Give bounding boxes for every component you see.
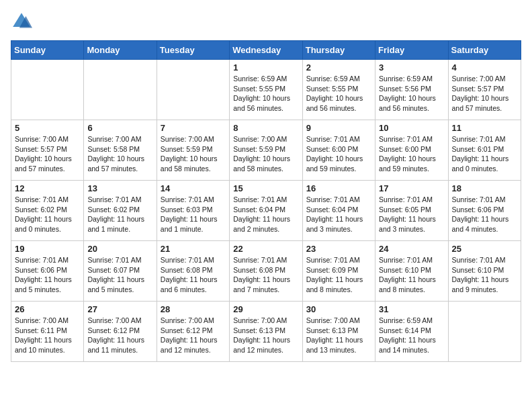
weekday-header-sunday: Sunday	[11, 41, 84, 60]
week-row-3: 12Sunrise: 7:01 AM Sunset: 6:02 PM Dayli…	[11, 181, 521, 241]
calendar-cell: 7Sunrise: 7:00 AM Sunset: 5:59 PM Daylig…	[157, 120, 229, 181]
day-number: 21	[161, 244, 226, 254]
day-info: Sunrise: 6:59 AM Sunset: 5:55 PM Dayligh…	[233, 74, 298, 113]
day-info: Sunrise: 7:00 AM Sunset: 5:59 PM Dayligh…	[161, 134, 226, 174]
weekday-header-thursday: Thursday	[302, 41, 375, 60]
calendar-cell	[448, 302, 521, 362]
calendar-cell: 29Sunrise: 7:00 AM Sunset: 6:13 PM Dayli…	[230, 302, 302, 362]
calendar-cell: 15Sunrise: 7:01 AM Sunset: 6:04 PM Dayli…	[230, 181, 302, 241]
day-number: 24	[379, 244, 444, 254]
day-info: Sunrise: 7:00 AM Sunset: 6:12 PM Dayligh…	[161, 316, 226, 355]
calendar-cell: 5Sunrise: 7:00 AM Sunset: 5:57 PM Daylig…	[11, 120, 84, 181]
calendar-cell: 1Sunrise: 6:59 AM Sunset: 5:55 PM Daylig…	[230, 60, 302, 120]
day-number: 7	[161, 123, 226, 133]
calendar-cell: 27Sunrise: 7:00 AM Sunset: 6:12 PM Dayli…	[84, 302, 157, 362]
day-number: 14	[161, 183, 226, 193]
day-number: 18	[452, 183, 517, 193]
calendar-cell: 2Sunrise: 6:59 AM Sunset: 5:55 PM Daylig…	[302, 60, 375, 120]
day-info: Sunrise: 7:01 AM Sunset: 6:08 PM Dayligh…	[161, 255, 226, 295]
day-number: 5	[15, 123, 80, 133]
day-number: 3	[379, 62, 444, 73]
day-number: 2	[306, 62, 371, 73]
calendar-cell: 28Sunrise: 7:00 AM Sunset: 6:12 PM Dayli…	[157, 302, 229, 362]
calendar-cell: 8Sunrise: 7:00 AM Sunset: 5:59 PM Daylig…	[230, 120, 302, 181]
day-number: 27	[87, 304, 152, 314]
day-info: Sunrise: 7:00 AM Sunset: 5:58 PM Dayligh…	[87, 134, 152, 174]
day-number: 9	[306, 123, 371, 133]
logo	[11, 11, 35, 32]
day-number: 29	[233, 304, 298, 314]
day-number: 31	[379, 304, 444, 314]
day-number: 11	[452, 123, 517, 133]
day-info: Sunrise: 7:01 AM Sunset: 6:00 PM Dayligh…	[306, 134, 371, 174]
day-info: Sunrise: 7:01 AM Sunset: 6:05 PM Dayligh…	[379, 195, 444, 234]
day-number: 25	[452, 244, 517, 254]
day-info: Sunrise: 7:00 AM Sunset: 6:13 PM Dayligh…	[306, 316, 371, 355]
day-info: Sunrise: 7:01 AM Sunset: 6:00 PM Dayligh…	[379, 134, 444, 174]
day-number: 28	[161, 304, 226, 314]
day-number: 8	[233, 123, 298, 133]
day-info: Sunrise: 7:01 AM Sunset: 6:01 PM Dayligh…	[452, 134, 517, 174]
week-row-4: 19Sunrise: 7:01 AM Sunset: 6:06 PM Dayli…	[11, 241, 521, 302]
week-row-1: 1Sunrise: 6:59 AM Sunset: 5:55 PM Daylig…	[11, 60, 521, 120]
day-number: 10	[379, 123, 444, 133]
day-info: Sunrise: 7:00 AM Sunset: 6:13 PM Dayligh…	[233, 316, 298, 355]
weekday-header-wednesday: Wednesday	[230, 41, 302, 60]
day-info: Sunrise: 7:01 AM Sunset: 6:09 PM Dayligh…	[306, 255, 371, 295]
calendar-cell: 3Sunrise: 6:59 AM Sunset: 5:56 PM Daylig…	[375, 60, 448, 120]
calendar-cell: 26Sunrise: 7:00 AM Sunset: 6:11 PM Dayli…	[11, 302, 84, 362]
calendar-body: 1Sunrise: 6:59 AM Sunset: 5:55 PM Daylig…	[11, 60, 521, 362]
weekday-header-monday: Monday	[84, 41, 157, 60]
day-number: 6	[87, 123, 152, 133]
day-info: Sunrise: 7:01 AM Sunset: 6:02 PM Dayligh…	[15, 195, 80, 234]
calendar-cell: 17Sunrise: 7:01 AM Sunset: 6:05 PM Dayli…	[375, 181, 448, 241]
calendar-cell: 24Sunrise: 7:01 AM Sunset: 6:10 PM Dayli…	[375, 241, 448, 302]
page-header	[11, 11, 521, 32]
calendar-cell: 6Sunrise: 7:00 AM Sunset: 5:58 PM Daylig…	[84, 120, 157, 181]
calendar-cell: 20Sunrise: 7:01 AM Sunset: 6:07 PM Dayli…	[84, 241, 157, 302]
calendar-cell: 25Sunrise: 7:01 AM Sunset: 6:10 PM Dayli…	[448, 241, 521, 302]
day-info: Sunrise: 7:00 AM Sunset: 5:59 PM Dayligh…	[233, 134, 298, 174]
day-info: Sunrise: 7:00 AM Sunset: 6:12 PM Dayligh…	[87, 316, 152, 355]
day-info: Sunrise: 7:00 AM Sunset: 5:57 PM Dayligh…	[15, 134, 80, 174]
day-info: Sunrise: 7:01 AM Sunset: 6:02 PM Dayligh…	[87, 195, 152, 234]
calendar-cell: 22Sunrise: 7:01 AM Sunset: 6:08 PM Dayli…	[230, 241, 302, 302]
day-number: 19	[15, 244, 80, 254]
day-info: Sunrise: 6:59 AM Sunset: 5:56 PM Dayligh…	[379, 74, 444, 113]
day-info: Sunrise: 7:01 AM Sunset: 6:06 PM Dayligh…	[15, 255, 80, 295]
calendar-cell: 9Sunrise: 7:01 AM Sunset: 6:00 PM Daylig…	[302, 120, 375, 181]
day-info: Sunrise: 6:59 AM Sunset: 6:14 PM Dayligh…	[379, 316, 444, 355]
day-info: Sunrise: 7:01 AM Sunset: 6:08 PM Dayligh…	[233, 255, 298, 295]
calendar-cell: 23Sunrise: 7:01 AM Sunset: 6:09 PM Dayli…	[302, 241, 375, 302]
calendar-cell: 4Sunrise: 7:00 AM Sunset: 5:57 PM Daylig…	[448, 60, 521, 120]
calendar-cell: 11Sunrise: 7:01 AM Sunset: 6:01 PM Dayli…	[448, 120, 521, 181]
calendar-cell: 21Sunrise: 7:01 AM Sunset: 6:08 PM Dayli…	[157, 241, 229, 302]
week-row-2: 5Sunrise: 7:00 AM Sunset: 5:57 PM Daylig…	[11, 120, 521, 181]
day-info: Sunrise: 7:01 AM Sunset: 6:03 PM Dayligh…	[161, 195, 226, 234]
logo-icon	[11, 11, 32, 32]
calendar-cell: 18Sunrise: 7:01 AM Sunset: 6:06 PM Dayli…	[448, 181, 521, 241]
day-number: 20	[87, 244, 152, 254]
day-info: Sunrise: 7:01 AM Sunset: 6:10 PM Dayligh…	[452, 255, 517, 295]
week-row-5: 26Sunrise: 7:00 AM Sunset: 6:11 PM Dayli…	[11, 302, 521, 362]
calendar-cell	[157, 60, 229, 120]
day-number: 16	[306, 183, 371, 193]
day-info: Sunrise: 7:01 AM Sunset: 6:04 PM Dayligh…	[233, 195, 298, 234]
day-number: 15	[233, 183, 298, 193]
calendar-cell	[11, 60, 84, 120]
weekday-header-friday: Friday	[375, 41, 448, 60]
calendar-cell	[84, 60, 157, 120]
day-number: 23	[306, 244, 371, 254]
day-info: Sunrise: 7:00 AM Sunset: 6:11 PM Dayligh…	[15, 316, 80, 355]
day-info: Sunrise: 7:01 AM Sunset: 6:06 PM Dayligh…	[452, 195, 517, 234]
day-number: 4	[452, 62, 517, 73]
calendar-table: SundayMondayTuesdayWednesdayThursdayFrid…	[11, 40, 521, 362]
calendar-cell: 30Sunrise: 7:00 AM Sunset: 6:13 PM Dayli…	[302, 302, 375, 362]
calendar-cell: 19Sunrise: 7:01 AM Sunset: 6:06 PM Dayli…	[11, 241, 84, 302]
day-info: Sunrise: 7:01 AM Sunset: 6:07 PM Dayligh…	[87, 255, 152, 295]
calendar-cell: 13Sunrise: 7:01 AM Sunset: 6:02 PM Dayli…	[84, 181, 157, 241]
day-info: Sunrise: 7:01 AM Sunset: 6:04 PM Dayligh…	[306, 195, 371, 234]
calendar-cell: 10Sunrise: 7:01 AM Sunset: 6:00 PM Dayli…	[375, 120, 448, 181]
day-info: Sunrise: 7:00 AM Sunset: 5:57 PM Dayligh…	[452, 74, 517, 113]
day-number: 12	[15, 183, 80, 193]
